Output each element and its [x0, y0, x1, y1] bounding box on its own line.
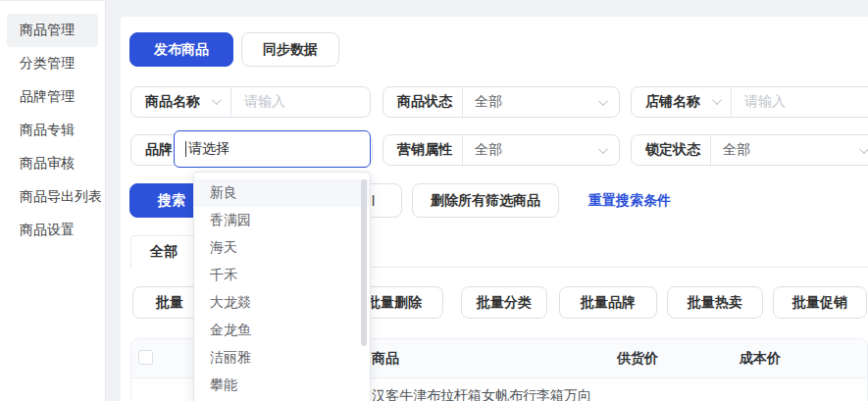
- product-name-input[interactable]: 请输入: [231, 93, 370, 111]
- tab-all[interactable]: 全部: [130, 235, 197, 268]
- batch-hot-sale-button[interactable]: 批量热卖: [667, 286, 763, 319]
- publish-product-button[interactable]: 发布商品: [129, 32, 233, 67]
- brand-option[interactable]: 香满园: [194, 207, 370, 234]
- sidebar-item-product-album[interactable]: 商品专辑: [0, 114, 105, 147]
- product-status-value[interactable]: 全部: [463, 93, 598, 111]
- column-header-cost-price: 成本价: [740, 339, 781, 378]
- filter-marketing-attribute[interactable]: 营销属性 全部: [383, 134, 620, 166]
- brand-option[interactable]: 攀能: [194, 372, 370, 399]
- batch-category-button[interactable]: 批量分类: [461, 286, 547, 319]
- select-all-checkbox[interactable]: [138, 350, 153, 365]
- product-name-select-label[interactable]: 商品名称: [131, 93, 210, 111]
- sidebar-item-product-export-list[interactable]: 商品导出列表: [0, 180, 105, 214]
- brand-dropdown-menu: 新良 香满园 海天 千禾 大龙燚 金龙鱼 洁丽雅 攀能: [193, 172, 371, 401]
- brand-input-placeholder: 请选择: [187, 140, 230, 158]
- filter-store-name: 店铺名称 请输入: [631, 86, 868, 118]
- column-header-supply-price: 供货价: [617, 339, 658, 378]
- brand-select-input[interactable]: 请选择: [174, 130, 371, 168]
- batch-promotion-button[interactable]: 批量促销: [773, 286, 867, 319]
- chevron-down-icon[interactable]: [212, 95, 222, 105]
- brand-option[interactable]: 千禾: [194, 262, 370, 289]
- sidebar-item-product-management[interactable]: 商品管理: [7, 14, 98, 47]
- reset-search-link[interactable]: 重置搜索条件: [588, 183, 671, 218]
- sidebar-item-brand-management[interactable]: 品牌管理: [0, 80, 105, 114]
- filter-product-name: 商品名称 请输入: [130, 86, 371, 118]
- sidebar-item-product-review[interactable]: 商品审核: [0, 147, 105, 180]
- sidebar-item-category-management[interactable]: 分类管理: [0, 47, 105, 80]
- chevron-down-icon: [598, 96, 608, 106]
- product-name-cell: 汉客牛津布拉杆箱女帆布行李箱万向: [372, 387, 591, 401]
- column-header-product: 商品: [372, 339, 399, 378]
- brand-option[interactable]: 洁丽雅: [194, 344, 370, 372]
- chevron-down-icon: [598, 144, 608, 154]
- filter-product-status[interactable]: 商品状态 全部: [383, 86, 620, 118]
- brand-option[interactable]: 海天: [194, 234, 370, 262]
- store-name-select-label[interactable]: 店铺名称: [632, 93, 710, 111]
- batch-brand-button[interactable]: 批量品牌: [559, 286, 657, 319]
- filter-lock-status[interactable]: 锁定状态 全部: [631, 134, 868, 166]
- text-cursor: [185, 141, 186, 157]
- sidebar: 商品管理 分类管理 品牌管理 商品专辑 商品审核 商品导出列表 商品设置: [0, 0, 106, 401]
- chevron-down-icon: [859, 144, 868, 154]
- product-status-label: 商品状态: [383, 93, 462, 111]
- lock-status-label: 锁定状态: [632, 141, 710, 159]
- brand-option[interactable]: 金龙鱼: [194, 317, 370, 344]
- sidebar-item-product-settings[interactable]: 商品设置: [0, 214, 105, 247]
- delete-filtered-products-button[interactable]: 删除所有筛选商品: [412, 183, 559, 218]
- brand-option[interactable]: 大龙燚: [194, 289, 370, 317]
- sync-data-button[interactable]: 同步数据: [241, 32, 339, 67]
- store-name-input[interactable]: 请输入: [732, 93, 868, 111]
- chevron-down-icon[interactable]: [712, 95, 722, 105]
- marketing-attribute-value[interactable]: 全部: [463, 141, 598, 159]
- brand-option[interactable]: 新良: [194, 179, 370, 207]
- lock-status-value[interactable]: 全部: [711, 141, 859, 159]
- marketing-attribute-label: 营销属性: [383, 141, 462, 159]
- dropdown-scrollbar-thumb[interactable]: [361, 179, 367, 346]
